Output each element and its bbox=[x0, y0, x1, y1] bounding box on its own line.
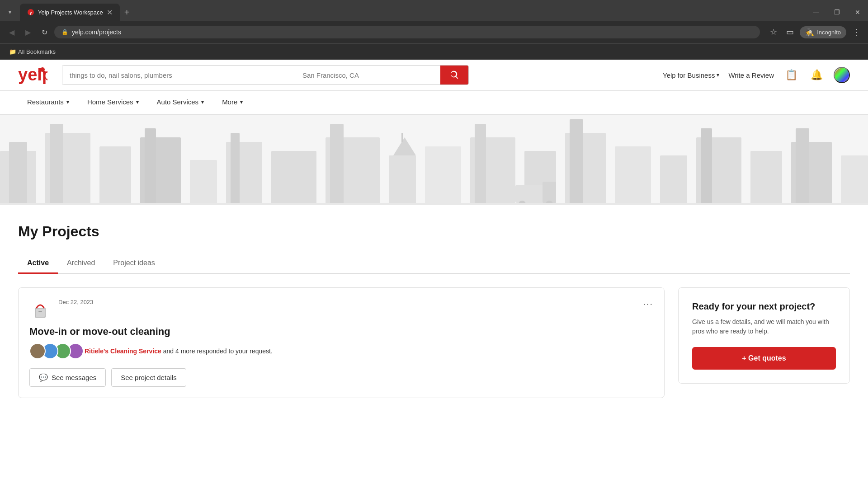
maximize-btn[interactable]: ❐ bbox=[826, 4, 847, 21]
user-avatar-btn[interactable] bbox=[834, 67, 850, 83]
browser-toolbar: ◀ ▶ ↻ 🔒 yelp.com/projects ☆ ▭ 🕵 Incognit… bbox=[0, 21, 868, 43]
project-meta: Dec 22, 2023 bbox=[58, 299, 643, 308]
search-button[interactable] bbox=[440, 66, 468, 84]
projects-section: My Projects Active Archived Project idea… bbox=[0, 205, 868, 274]
svg-rect-37 bbox=[542, 182, 556, 203]
search-icon bbox=[449, 70, 459, 80]
responder-avatars bbox=[29, 343, 80, 359]
projects-content: Dec 22, 2023 ··· Move-in or move-out cle… bbox=[0, 287, 868, 416]
sidebar-title: Ready for your next project? bbox=[692, 301, 836, 312]
see-details-btn[interactable]: See project details bbox=[111, 368, 186, 387]
forward-btn[interactable]: ▶ bbox=[22, 26, 34, 38]
project-date: Dec 22, 2023 bbox=[58, 299, 643, 305]
svg-rect-34 bbox=[796, 128, 809, 205]
svg-marker-20 bbox=[393, 137, 416, 155]
svg-rect-29 bbox=[660, 155, 687, 205]
svg-rect-32 bbox=[750, 151, 782, 205]
minimize-btn[interactable]: — bbox=[806, 4, 826, 21]
bell-icon: 🔔 bbox=[811, 69, 823, 81]
write-review-link[interactable]: Write a Review bbox=[728, 71, 774, 79]
nav-item-home-services[interactable]: Home Services ▾ bbox=[78, 91, 148, 114]
svg-rect-35 bbox=[841, 155, 868, 205]
svg-rect-13 bbox=[190, 160, 217, 205]
tab-close-btn[interactable]: ✕ bbox=[107, 8, 113, 17]
projects-tabs: Active Archived Project ideas bbox=[18, 253, 850, 274]
see-messages-btn[interactable]: 💬 See messages bbox=[29, 368, 106, 387]
svg-rect-12 bbox=[145, 128, 156, 205]
close-btn[interactable]: ✕ bbox=[847, 4, 868, 21]
svg-rect-43 bbox=[38, 311, 42, 312]
tab-project-ideas[interactable]: Project ideas bbox=[104, 253, 164, 274]
chevron-down-icon: ▾ bbox=[66, 99, 69, 105]
svg-text:y: y bbox=[29, 10, 32, 15]
yelp-site: yelp Yelp for Business ▾ Write a Review bbox=[0, 60, 868, 416]
project-name: Move-in or move-out cleaning bbox=[29, 326, 653, 338]
projects-main: Dec 22, 2023 ··· Move-in or move-out cle… bbox=[18, 287, 665, 398]
bookmark-btn[interactable]: ☆ bbox=[767, 26, 780, 38]
incognito-badge[interactable]: 🕵 Incognito bbox=[800, 26, 846, 38]
message-icon: 💬 bbox=[39, 373, 48, 382]
project-actions: 💬 See messages See project details bbox=[29, 368, 653, 387]
clipboard-btn[interactable]: 📋 bbox=[783, 67, 799, 83]
active-tab[interactable]: y Yelp Projects Workspace ✕ bbox=[20, 4, 120, 21]
yelp-logo[interactable]: yelp bbox=[18, 66, 47, 84]
browser-chrome: ▾ y Yelp Projects Workspace ✕ + — ❐ ✕ ◀ … bbox=[0, 0, 868, 60]
tab-favicon: y bbox=[27, 9, 34, 16]
window-controls: — ❐ ✕ bbox=[806, 4, 868, 21]
svg-rect-21 bbox=[401, 133, 403, 142]
search-where-input[interactable] bbox=[295, 66, 440, 84]
search-bar bbox=[62, 65, 469, 85]
cityscape-illustration bbox=[0, 115, 868, 205]
yelp-for-business-link[interactable]: Yelp for Business ▾ bbox=[663, 71, 719, 79]
header-right: Yelp for Business ▾ Write a Review 📋 🔔 bbox=[663, 67, 850, 83]
responder-text: Ritiele's Cleaning Service and 4 more re… bbox=[85, 347, 273, 355]
responder-avatar-1 bbox=[29, 343, 46, 359]
new-tab-btn[interactable]: + bbox=[120, 4, 134, 21]
yelp-header: yelp Yelp for Business ▾ Write a Review bbox=[0, 60, 868, 91]
incognito-icon: 🕵 bbox=[805, 28, 814, 37]
svg-point-5 bbox=[38, 70, 42, 73]
sidebar-btn[interactable]: ▭ bbox=[783, 26, 796, 38]
all-bookmarks-btn[interactable]: 📁 All Bookmarks bbox=[5, 47, 59, 56]
chevron-down-icon: ▾ bbox=[717, 72, 719, 78]
tab-title: Yelp Projects Workspace bbox=[38, 9, 103, 16]
svg-rect-9 bbox=[50, 124, 63, 205]
back-btn[interactable]: ◀ bbox=[5, 26, 18, 38]
svg-rect-40 bbox=[0, 203, 868, 205]
refresh-btn[interactable]: ↻ bbox=[38, 26, 51, 38]
nav-item-more[interactable]: More ▾ bbox=[213, 91, 252, 114]
svg-point-4 bbox=[43, 71, 46, 74]
nav-item-restaurants[interactable]: Restaurants ▾ bbox=[18, 91, 78, 114]
toolbar-right: ☆ ▭ 🕵 Incognito ⋮ bbox=[767, 26, 863, 38]
url-text: yelp.com/projects bbox=[72, 28, 121, 36]
chevron-down-icon: ▾ bbox=[136, 99, 139, 105]
project-card-header: Dec 22, 2023 ··· bbox=[29, 299, 653, 320]
project-type-icon bbox=[29, 299, 51, 320]
tab-archived[interactable]: Archived bbox=[58, 253, 104, 274]
svg-rect-16 bbox=[271, 151, 316, 205]
address-bar[interactable]: 🔒 yelp.com/projects bbox=[54, 26, 760, 38]
responder-name-link[interactable]: Ritiele's Cleaning Service bbox=[85, 347, 161, 355]
bookmarks-bar: 📁 All Bookmarks bbox=[0, 43, 868, 60]
bookmarks-folder-icon: 📁 bbox=[9, 48, 16, 55]
get-quotes-btn[interactable]: + Get quotes bbox=[692, 347, 836, 370]
project-responders: Ritiele's Cleaning Service and 4 more re… bbox=[29, 343, 653, 359]
svg-rect-31 bbox=[701, 128, 712, 205]
nav-item-auto-services[interactable]: Auto Services ▾ bbox=[148, 91, 213, 114]
chevron-down-icon: ▾ bbox=[201, 99, 204, 105]
svg-rect-42 bbox=[36, 309, 45, 317]
svg-rect-22 bbox=[425, 146, 461, 205]
extensions-btn[interactable]: ⋮ bbox=[850, 26, 863, 38]
clipboard-icon: 📋 bbox=[785, 69, 797, 81]
card-menu-btn[interactable]: ··· bbox=[643, 299, 653, 309]
tab-dropdown-btn[interactable]: ▾ bbox=[4, 6, 16, 19]
sidebar-description: Give us a few details, and we will match… bbox=[692, 317, 836, 336]
chevron-down-icon: ▾ bbox=[240, 99, 243, 105]
tab-active[interactable]: Active bbox=[18, 253, 58, 274]
svg-rect-27 bbox=[570, 119, 583, 205]
notifications-btn[interactable]: 🔔 bbox=[808, 67, 825, 83]
svg-rect-10 bbox=[99, 146, 131, 205]
search-what-input[interactable] bbox=[62, 66, 295, 84]
lock-icon: 🔒 bbox=[61, 29, 68, 35]
svg-rect-18 bbox=[330, 124, 344, 205]
